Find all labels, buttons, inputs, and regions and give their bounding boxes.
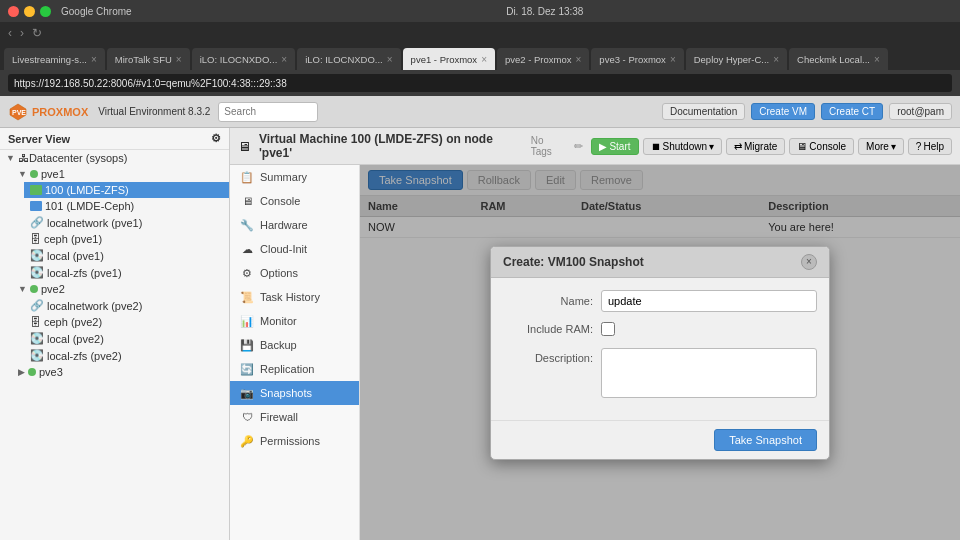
tab-pve1[interactable]: pve1 - Proxmox× (403, 48, 495, 70)
pve-toolbar-right: Documentation Create VM Create CT root@p… (662, 103, 952, 120)
modal-overlay: Create: VM100 Snapshot × Name: Include R… (360, 165, 960, 540)
pve-version: Virtual Environment 8.3.2 (98, 106, 210, 117)
sidebar-item-local-pve1[interactable]: 💽 local (pve1) (24, 247, 229, 264)
snapshot-name-input[interactable] (601, 290, 817, 312)
nav-firewall[interactable]: 🛡 Firewall (230, 405, 359, 429)
forward-btn[interactable]: › (18, 26, 26, 40)
pve3-status-dot (28, 368, 36, 376)
tab-checkmk[interactable]: Checkmk Local...× (789, 48, 888, 70)
pve2-status-dot (30, 285, 38, 293)
pve-search-input[interactable] (218, 102, 318, 122)
browser-tabs: Livestreaming-s...× MiroTalk SFU× iLO: I… (0, 44, 960, 70)
sidebar-header: Server View ⚙ (0, 128, 229, 150)
sidebar-item-pve2[interactable]: ▼ pve2 (12, 281, 229, 297)
pve-logo: PVE PROXMOX (8, 102, 88, 122)
taskhistory-icon: 📜 (240, 290, 254, 304)
console-icon: 🖥 (240, 194, 254, 208)
tab-livestreaming[interactable]: Livestreaming-s...× (4, 48, 105, 70)
sidebar-item-localzfs-pve1[interactable]: 💽 local-zfs (pve1) (24, 264, 229, 281)
reload-btn[interactable]: ↻ (30, 26, 44, 40)
sidebar-item-ceph-pve2[interactable]: 🗄 ceph (pve2) (24, 314, 229, 330)
summary-icon: 📋 (240, 170, 254, 184)
tab-pve3[interactable]: pve3 - Proxmox× (591, 48, 683, 70)
modal-body: Name: Include RAM: Description: (491, 278, 829, 420)
sidebar-gear-icon[interactable]: ⚙ (211, 132, 221, 145)
modal-submit-btn[interactable]: Take Snapshot (714, 429, 817, 451)
description-textarea[interactable] (601, 348, 817, 398)
create-ct-btn[interactable]: Create CT (821, 103, 883, 120)
tab-ilo2[interactable]: iLO: ILOCNXDO...× (297, 48, 400, 70)
datacenter-icon: 🖧 (18, 152, 29, 164)
modal-footer: Take Snapshot (491, 420, 829, 459)
nav-permissions[interactable]: 🔑 Permissions (230, 429, 359, 453)
snapshots-panel: Take Snapshot Rollback Edit Remove Name … (360, 165, 960, 540)
create-snapshot-modal: Create: VM100 Snapshot × Name: Include R… (490, 246, 830, 460)
sidebar-item-local-pve2[interactable]: 💽 local (pve2) (24, 330, 229, 347)
include-ram-checkbox[interactable] (601, 322, 615, 336)
start-btn[interactable]: ▶ Start (591, 138, 638, 155)
titlebar-date: Di. 18. Dez 13:38 (138, 6, 952, 17)
tab-ilo1[interactable]: iLO: ILOCNXDO...× (192, 48, 295, 70)
vm-header-buttons: ▶ Start ⏹ Shutdown ▾ ⇄ Migrate 🖥 Console… (591, 138, 952, 155)
left-nav: 📋 Summary 🖥 Console 🔧 Hardware ☁ Cloud-I… (230, 165, 360, 540)
sidebar-item-localnetwork-pve1[interactable]: 🔗 localnetwork (pve1) (24, 214, 229, 231)
cloudinit-icon: ☁ (240, 242, 254, 256)
nav-console[interactable]: 🖥 Console (230, 189, 359, 213)
modal-header: Create: VM100 Snapshot × (491, 247, 829, 278)
sidebar-item-pve3[interactable]: ▶ pve3 (12, 364, 229, 380)
vm100-icon (30, 185, 42, 195)
sidebar-item-vm101[interactable]: 101 (LMDE-Ceph) (24, 198, 229, 214)
close-window-btn[interactable] (8, 6, 19, 17)
edit-tags-icon[interactable]: ✏ (574, 140, 583, 153)
vm-header: 🖥 Virtual Machine 100 (LMDE-ZFS) on node… (230, 128, 960, 165)
help-btn[interactable]: ? Help (908, 138, 952, 155)
tab-deploy[interactable]: Deploy Hyper-C...× (686, 48, 787, 70)
sidebar-item-datacenter[interactable]: ▼ 🖧 Datacenter (sysops) (0, 150, 229, 166)
backup-icon: 💾 (240, 338, 254, 352)
sidebar-item-ceph-pve1[interactable]: 🗄 ceph (pve1) (24, 231, 229, 247)
proxmox-app: PVE PROXMOX Virtual Environment 8.3.2 Do… (0, 96, 960, 540)
content-area: 🖥 Virtual Machine 100 (LMDE-ZFS) on node… (230, 128, 960, 540)
modal-title: Create: VM100 Snapshot (503, 255, 644, 269)
svg-text:PVE: PVE (12, 109, 26, 116)
window-controls[interactable] (8, 6, 51, 17)
sidebar-item-localzfs-pve2[interactable]: 💽 local-zfs (pve2) (24, 347, 229, 364)
include-ram-label: Include RAM: (503, 323, 593, 335)
nav-hardware[interactable]: 🔧 Hardware (230, 213, 359, 237)
snapshots-icon: 📷 (240, 386, 254, 400)
migrate-btn[interactable]: ⇄ Migrate (726, 138, 785, 155)
nav-replication[interactable]: 🔄 Replication (230, 357, 359, 381)
sidebar-item-pve1[interactable]: ▼ pve1 (12, 166, 229, 182)
pve-toolbar: PVE PROXMOX Virtual Environment 8.3.2 Do… (0, 96, 960, 128)
documentation-btn[interactable]: Documentation (662, 103, 745, 120)
modal-close-btn[interactable]: × (801, 254, 817, 270)
macos-titlebar: Google Chrome Di. 18. Dez 13:38 (0, 0, 960, 22)
fullscreen-window-btn[interactable] (40, 6, 51, 17)
nav-cloudinit[interactable]: ☁ Cloud-Init (230, 237, 359, 261)
sidebar-item-localnetwork-pve2[interactable]: 🔗 localnetwork (pve2) (24, 297, 229, 314)
nav-options[interactable]: ⚙ Options (230, 261, 359, 285)
nav-snapshots[interactable]: 📷 Snapshots (230, 381, 359, 405)
more-btn[interactable]: More ▾ (858, 138, 904, 155)
address-input[interactable] (8, 74, 952, 92)
hardware-icon: 🔧 (240, 218, 254, 232)
tab-pve2[interactable]: pve2 - Proxmox× (497, 48, 589, 70)
form-row-desc: Description: (503, 346, 817, 398)
nav-backup[interactable]: 💾 Backup (230, 333, 359, 357)
replication-icon: 🔄 (240, 362, 254, 376)
sidebar-item-vm100[interactable]: 100 (LMDE-ZFS) (24, 182, 229, 198)
nav-summary[interactable]: 📋 Summary (230, 165, 359, 189)
monitor-icon: 📊 (240, 314, 254, 328)
nav-taskhistory[interactable]: 📜 Task History (230, 285, 359, 309)
pve1-status-dot (30, 170, 38, 178)
shutdown-btn[interactable]: ⏹ Shutdown ▾ (643, 138, 722, 155)
user-btn[interactable]: root@pam (889, 103, 952, 120)
tab-mirotalk[interactable]: MiroTalk SFU× (107, 48, 190, 70)
console-btn[interactable]: 🖥 Console (789, 138, 854, 155)
back-btn[interactable]: ‹ (6, 26, 14, 40)
create-vm-btn[interactable]: Create VM (751, 103, 815, 120)
nav-monitor[interactable]: 📊 Monitor (230, 309, 359, 333)
no-tags: No Tags (531, 135, 567, 157)
minimize-window-btn[interactable] (24, 6, 35, 17)
pve-content-inner: 📋 Summary 🖥 Console 🔧 Hardware ☁ Cloud-I… (230, 165, 960, 540)
